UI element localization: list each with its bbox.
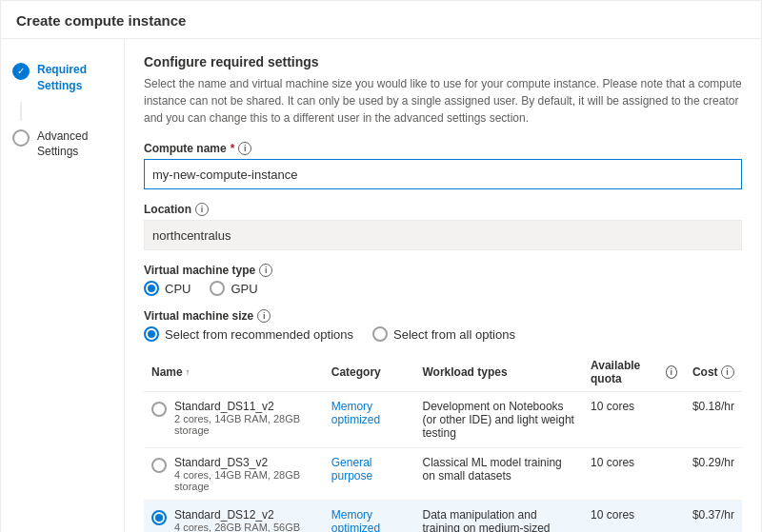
col-cost: Cost i <box>685 353 742 392</box>
cell-cost-0: $0.18/hr <box>685 392 742 448</box>
sidebar-item-advanced-settings[interactable]: Advanced Settings <box>1 121 124 168</box>
cell-quota-1: 10 cores <box>583 448 685 501</box>
table-row[interactable]: Standard_DS12_v2 4 cores, 28GB RAM, 56GB… <box>144 501 742 533</box>
vm-size-table: Name ↑ Category Workload types Available… <box>144 353 742 532</box>
vm-type-info-icon[interactable]: i <box>259 264 272 277</box>
cpu-radio-circle <box>144 281 159 296</box>
cost-info-icon[interactable]: i <box>721 365 734 379</box>
compute-name-info-icon[interactable]: i <box>238 142 251 155</box>
gpu-radio-circle <box>210 281 225 296</box>
cell-category-2: Memory optimized <box>324 501 415 533</box>
cell-category-1: General purpose <box>324 448 415 501</box>
cell-workload-1: Classical ML model training on small dat… <box>414 448 583 501</box>
vm-type-gpu-option[interactable]: GPU <box>210 281 257 296</box>
content-layout: ✓ Required Settings Advanced Settings Co… <box>1 39 761 532</box>
vm-size-group: Virtual machine size i Select from recom… <box>144 309 742 532</box>
location-label: Location i <box>144 203 742 216</box>
row-radio-0[interactable] <box>151 402 167 417</box>
required-star: * <box>231 142 235 155</box>
step-completed-icon: ✓ <box>12 63 30 80</box>
checkmark-icon: ✓ <box>17 67 25 76</box>
cell-quota-2: 10 cores <box>583 501 685 533</box>
quota-info-icon[interactable]: i <box>666 365 677 379</box>
cell-workload-0: Development on Notebooks (or other IDE) … <box>414 392 583 448</box>
sidebar-advanced-label: Advanced Settings <box>37 128 112 161</box>
vm-size-filter-options: Select from recommended options Select f… <box>144 326 742 342</box>
cell-cost-2: $0.37/hr <box>685 501 742 533</box>
cell-quota-0: 10 cores <box>583 392 685 448</box>
sidebar-required-label: Required Settings <box>37 62 112 94</box>
vm-size-all-option[interactable]: Select from all options <box>372 326 515 342</box>
vm-type-label: Virtual machine type i <box>144 264 742 277</box>
compute-name-label: Compute name * i <box>144 142 742 155</box>
col-name: Name ↑ <box>144 353 324 392</box>
all-options-label: Select from all options <box>393 327 515 342</box>
cell-name-2: Standard_DS12_v2 4 cores, 28GB RAM, 56GB… <box>144 501 324 533</box>
vm-type-group: Virtual machine type i CPU GPU <box>144 264 742 296</box>
sidebar-item-required-settings[interactable]: ✓ Required Settings <box>1 54 124 102</box>
step-incomplete-icon <box>12 129 30 147</box>
name-sort-icon[interactable]: ↑ <box>186 367 190 377</box>
section-title: Configure required settings <box>144 54 742 69</box>
location-info-icon[interactable]: i <box>195 203 209 216</box>
cell-category-0: Memory optimized <box>324 392 415 448</box>
row-radio-1[interactable] <box>151 458 167 473</box>
table-row[interactable]: Standard_DS3_v2 4 cores, 14GB RAM, 28GB … <box>144 448 742 501</box>
table-row[interactable]: Standard_DS11_v2 2 cores, 14GB RAM, 28GB… <box>144 392 742 448</box>
page-title: Create compute instance <box>16 12 186 29</box>
vm-size-info-icon[interactable]: i <box>257 309 271 323</box>
section-desc: Select the name and virtual machine size… <box>144 75 742 127</box>
col-category: Category <box>324 353 415 392</box>
cell-workload-2: Data manipulation and training on medium… <box>414 501 583 533</box>
sidebar: ✓ Required Settings Advanced Settings <box>1 39 125 532</box>
page-wrapper: Create compute instance ✓ Required Setti… <box>0 0 762 532</box>
vm-size-recommended-option[interactable]: Select from recommended options <box>144 326 353 342</box>
cell-cost-1: $0.29/hr <box>685 448 742 501</box>
vm-type-cpu-option[interactable]: CPU <box>144 281 190 296</box>
recommended-radio-circle <box>144 326 159 342</box>
vm-type-radio-group: CPU GPU <box>144 281 742 296</box>
col-workload: Workload types <box>414 353 583 392</box>
cpu-label: CPU <box>165 282 190 296</box>
location-group: Location i northcentralus <box>144 203 742 250</box>
col-quota: Available quota i <box>583 353 685 392</box>
location-value: northcentralus <box>144 220 742 250</box>
compute-name-group: Compute name * i <box>144 142 742 189</box>
vm-size-label: Virtual machine size i <box>144 309 742 323</box>
all-radio-circle <box>372 326 388 342</box>
row-radio-2[interactable] <box>151 510 167 525</box>
main-content: Configure required settings Select the n… <box>125 39 761 532</box>
page-header: Create compute instance <box>1 1 761 39</box>
cell-name-0: Standard_DS11_v2 2 cores, 14GB RAM, 28GB… <box>144 392 324 448</box>
sidebar-connector <box>20 102 22 121</box>
compute-name-input[interactable] <box>144 159 742 189</box>
cell-name-1: Standard_DS3_v2 4 cores, 14GB RAM, 28GB … <box>144 448 324 501</box>
gpu-label: GPU <box>231 282 257 296</box>
recommended-label: Select from recommended options <box>165 327 353 342</box>
table-header-row: Name ↑ Category Workload types Available… <box>144 353 742 392</box>
